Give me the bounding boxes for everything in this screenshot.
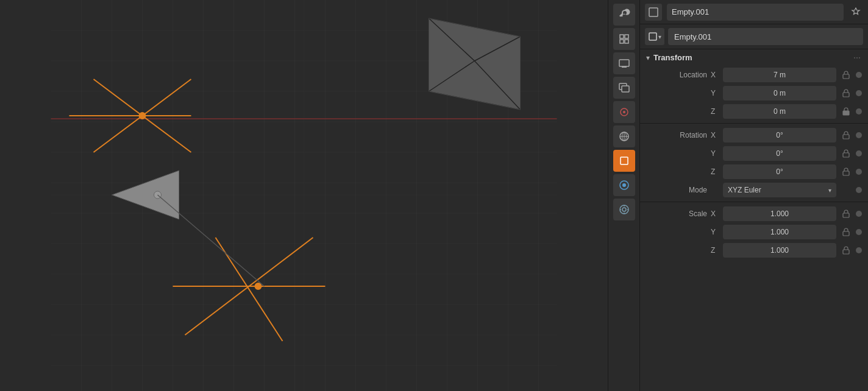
location-x-lock[interactable] (840, 69, 852, 81)
object-selector-row: ▾ Empty.001 (640, 24, 868, 49)
svg-point-35 (140, 113, 146, 119)
svg-rect-81 (843, 213, 849, 217)
svg-rect-82 (843, 231, 849, 236)
viewport[interactable] (0, 0, 608, 391)
rotation-z-row: Z 0° (640, 163, 868, 181)
scale-z-lock[interactable] (840, 244, 852, 256)
scale-z-row: Z 1.000 (640, 241, 868, 259)
svg-rect-78 (843, 135, 849, 139)
mode-label: Mode (652, 186, 707, 194)
rotation-x-lock[interactable] (840, 129, 852, 141)
svg-rect-75 (843, 74, 849, 79)
location-y-field[interactable]: 0 m (723, 86, 836, 100)
rotation-y-row: Y 0° (640, 144, 868, 163)
scale-z-field[interactable]: 1.000 (723, 243, 836, 258)
properties-panel: Empty.001 ▾ Empty.001 ▾ Transform ⋯ Loca… (639, 0, 868, 391)
paint-btn[interactable] (613, 101, 635, 123)
transform-section-header[interactable]: ▾ Transform ⋯ (640, 49, 868, 66)
dropdown-arrow-icon: ▾ (828, 187, 831, 194)
svg-point-66 (622, 183, 626, 187)
svg-rect-79 (843, 153, 849, 157)
panel-header-icon (645, 4, 662, 21)
scene-btn[interactable] (613, 28, 635, 50)
object-name-header: Empty.001 (667, 4, 844, 21)
scale-y-field[interactable]: 1.000 (723, 225, 836, 239)
svg-rect-54 (619, 60, 629, 66)
scale-y-lock[interactable] (840, 226, 852, 238)
svg-rect-76 (843, 93, 849, 97)
sep2 (640, 202, 868, 202)
scale-x-row: Scale X 1.000 (640, 205, 868, 223)
svg-rect-57 (622, 86, 629, 92)
location-y-label: Y (711, 89, 719, 97)
svg-point-39 (255, 283, 261, 289)
scale-z-label: Z (711, 246, 719, 255)
wrench-tool-btn[interactable] (613, 4, 635, 26)
scale-y-label: Y (711, 228, 719, 236)
rotation-y-dot[interactable] (856, 150, 862, 157)
viewlayer-btn[interactable] (613, 77, 635, 99)
scale-x-label: X (711, 210, 719, 218)
world-btn[interactable] (613, 125, 635, 147)
svg-rect-80 (843, 171, 849, 175)
svg-rect-51 (625, 35, 628, 38)
rotation-y-lock[interactable] (840, 147, 852, 160)
object-name-field[interactable]: Empty.001 (668, 28, 863, 45)
rotation-x-field[interactable]: 0° (723, 128, 836, 143)
location-z-field[interactable]: 0 m (723, 104, 836, 119)
scale-y-row: Y 1.000 (640, 223, 868, 241)
transform-chevron: ▾ (646, 54, 650, 62)
rotation-y-field[interactable]: 0° (723, 146, 836, 161)
modifier-btn[interactable] (613, 174, 635, 196)
rotation-z-label: Z (711, 167, 719, 176)
svg-rect-73 (649, 8, 658, 16)
location-z-label: Z (711, 107, 719, 116)
rotation-z-field[interactable]: 0° (723, 164, 836, 179)
svg-point-67 (620, 205, 628, 214)
rotation-z-dot[interactable] (856, 169, 862, 175)
rotation-x-dot[interactable] (856, 132, 862, 138)
object-btn[interactable] (613, 150, 635, 172)
mode-value: XYZ Euler (728, 186, 761, 194)
mode-dot[interactable] (856, 187, 862, 193)
scale-label: Scale (652, 210, 707, 218)
pin-button[interactable] (848, 5, 863, 19)
scale-y-dot[interactable] (856, 229, 862, 235)
location-z-lock[interactable] (840, 105, 852, 118)
output-btn[interactable] (613, 52, 635, 74)
particles-btn[interactable] (613, 199, 635, 220)
rotation-x-label: X (711, 131, 719, 139)
svg-rect-83 (843, 250, 849, 254)
toolbar-strip (608, 0, 639, 391)
svg-rect-64 (621, 157, 628, 164)
svg-point-68 (622, 208, 626, 211)
scale-x-lock[interactable] (840, 208, 852, 220)
location-y-row: Y 0 m (640, 84, 868, 102)
location-x-row: Location X 7 m (640, 66, 868, 84)
svg-rect-50 (620, 35, 624, 38)
transform-dots: ⋯ (853, 54, 862, 62)
scale-x-field[interactable]: 1.000 (723, 206, 836, 221)
scale-z-dot[interactable] (856, 247, 862, 253)
mode-row: Mode XYZ Euler ▾ (640, 181, 868, 199)
svg-rect-52 (620, 40, 624, 43)
scale-x-dot[interactable] (856, 211, 862, 217)
location-x-field[interactable]: 7 m (723, 68, 836, 82)
rotation-x-row: Rotation X 0° (640, 126, 868, 144)
svg-point-59 (623, 111, 625, 113)
location-x-label: X (711, 71, 719, 79)
properties-content: ▾ Transform ⋯ Location X 7 m Y 0 m (640, 49, 868, 391)
object-type-button[interactable]: ▾ (645, 28, 664, 45)
rotation-y-label: Y (711, 149, 719, 158)
panel-header: Empty.001 (640, 0, 868, 24)
location-y-lock[interactable] (840, 87, 852, 99)
location-x-dot[interactable] (856, 72, 862, 78)
location-y-dot[interactable] (856, 90, 862, 96)
svg-rect-55 (622, 66, 627, 68)
mode-dropdown[interactable]: XYZ Euler ▾ (723, 183, 836, 197)
svg-rect-53 (625, 40, 628, 43)
location-label: Location (652, 71, 707, 79)
rotation-z-lock[interactable] (840, 166, 852, 178)
location-z-dot[interactable] (856, 108, 862, 114)
location-z-row: Z 0 m (640, 102, 868, 121)
